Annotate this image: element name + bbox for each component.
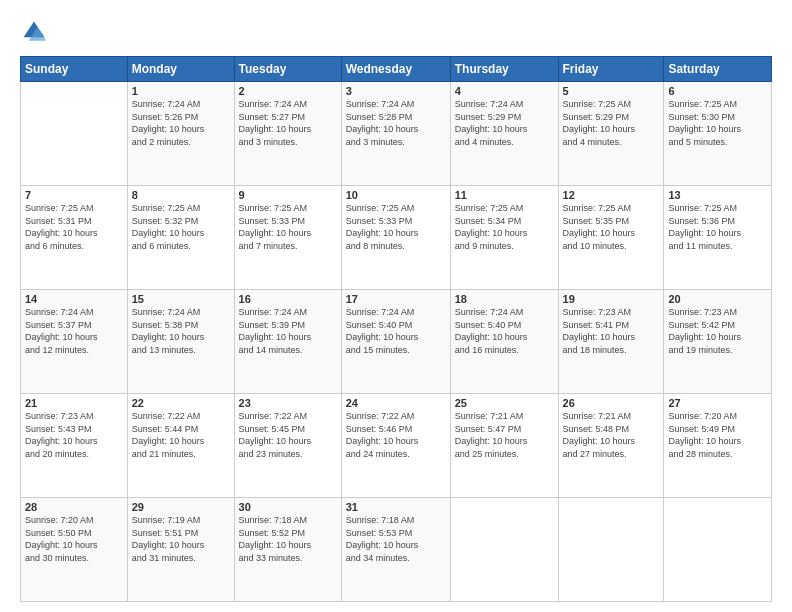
day-cell: 12Sunrise: 7:25 AM Sunset: 5:35 PM Dayli… bbox=[558, 186, 664, 290]
day-info: Sunrise: 7:25 AM Sunset: 5:35 PM Dayligh… bbox=[563, 202, 660, 252]
day-number: 27 bbox=[668, 397, 767, 409]
day-cell: 11Sunrise: 7:25 AM Sunset: 5:34 PM Dayli… bbox=[450, 186, 558, 290]
day-cell: 23Sunrise: 7:22 AM Sunset: 5:45 PM Dayli… bbox=[234, 394, 341, 498]
header bbox=[20, 18, 772, 46]
day-cell: 16Sunrise: 7:24 AM Sunset: 5:39 PM Dayli… bbox=[234, 290, 341, 394]
day-cell: 21Sunrise: 7:23 AM Sunset: 5:43 PM Dayli… bbox=[21, 394, 128, 498]
day-info: Sunrise: 7:23 AM Sunset: 5:41 PM Dayligh… bbox=[563, 306, 660, 356]
day-info: Sunrise: 7:24 AM Sunset: 5:28 PM Dayligh… bbox=[346, 98, 446, 148]
day-number: 19 bbox=[563, 293, 660, 305]
day-cell: 25Sunrise: 7:21 AM Sunset: 5:47 PM Dayli… bbox=[450, 394, 558, 498]
day-number: 11 bbox=[455, 189, 554, 201]
day-cell: 29Sunrise: 7:19 AM Sunset: 5:51 PM Dayli… bbox=[127, 498, 234, 602]
day-number: 21 bbox=[25, 397, 123, 409]
header-row: SundayMondayTuesdayWednesdayThursdayFrid… bbox=[21, 57, 772, 82]
day-number: 25 bbox=[455, 397, 554, 409]
day-cell: 22Sunrise: 7:22 AM Sunset: 5:44 PM Dayli… bbox=[127, 394, 234, 498]
day-cell: 26Sunrise: 7:21 AM Sunset: 5:48 PM Dayli… bbox=[558, 394, 664, 498]
day-number: 30 bbox=[239, 501, 337, 513]
day-info: Sunrise: 7:24 AM Sunset: 5:27 PM Dayligh… bbox=[239, 98, 337, 148]
day-info: Sunrise: 7:24 AM Sunset: 5:40 PM Dayligh… bbox=[455, 306, 554, 356]
day-cell: 14Sunrise: 7:24 AM Sunset: 5:37 PM Dayli… bbox=[21, 290, 128, 394]
day-number: 13 bbox=[668, 189, 767, 201]
week-row-3: 14Sunrise: 7:24 AM Sunset: 5:37 PM Dayli… bbox=[21, 290, 772, 394]
day-cell: 2Sunrise: 7:24 AM Sunset: 5:27 PM Daylig… bbox=[234, 82, 341, 186]
header-cell-saturday: Saturday bbox=[664, 57, 772, 82]
logo bbox=[20, 18, 52, 46]
day-info: Sunrise: 7:20 AM Sunset: 5:50 PM Dayligh… bbox=[25, 514, 123, 564]
day-number: 1 bbox=[132, 85, 230, 97]
day-number: 24 bbox=[346, 397, 446, 409]
day-cell: 30Sunrise: 7:18 AM Sunset: 5:52 PM Dayli… bbox=[234, 498, 341, 602]
logo-icon bbox=[20, 18, 48, 46]
day-cell: 31Sunrise: 7:18 AM Sunset: 5:53 PM Dayli… bbox=[341, 498, 450, 602]
day-number: 29 bbox=[132, 501, 230, 513]
day-number: 4 bbox=[455, 85, 554, 97]
day-cell: 13Sunrise: 7:25 AM Sunset: 5:36 PM Dayli… bbox=[664, 186, 772, 290]
day-number: 14 bbox=[25, 293, 123, 305]
day-info: Sunrise: 7:25 AM Sunset: 5:33 PM Dayligh… bbox=[346, 202, 446, 252]
day-info: Sunrise: 7:18 AM Sunset: 5:53 PM Dayligh… bbox=[346, 514, 446, 564]
day-info: Sunrise: 7:25 AM Sunset: 5:30 PM Dayligh… bbox=[668, 98, 767, 148]
day-info: Sunrise: 7:24 AM Sunset: 5:38 PM Dayligh… bbox=[132, 306, 230, 356]
day-number: 28 bbox=[25, 501, 123, 513]
day-number: 2 bbox=[239, 85, 337, 97]
day-info: Sunrise: 7:24 AM Sunset: 5:29 PM Dayligh… bbox=[455, 98, 554, 148]
day-cell: 10Sunrise: 7:25 AM Sunset: 5:33 PM Dayli… bbox=[341, 186, 450, 290]
day-info: Sunrise: 7:24 AM Sunset: 5:37 PM Dayligh… bbox=[25, 306, 123, 356]
day-cell bbox=[21, 82, 128, 186]
day-cell bbox=[450, 498, 558, 602]
header-cell-tuesday: Tuesday bbox=[234, 57, 341, 82]
day-number: 3 bbox=[346, 85, 446, 97]
day-cell: 8Sunrise: 7:25 AM Sunset: 5:32 PM Daylig… bbox=[127, 186, 234, 290]
day-number: 5 bbox=[563, 85, 660, 97]
calendar-table: SundayMondayTuesdayWednesdayThursdayFrid… bbox=[20, 56, 772, 602]
day-info: Sunrise: 7:22 AM Sunset: 5:44 PM Dayligh… bbox=[132, 410, 230, 460]
day-cell: 18Sunrise: 7:24 AM Sunset: 5:40 PM Dayli… bbox=[450, 290, 558, 394]
day-number: 23 bbox=[239, 397, 337, 409]
week-row-1: 1Sunrise: 7:24 AM Sunset: 5:26 PM Daylig… bbox=[21, 82, 772, 186]
day-number: 20 bbox=[668, 293, 767, 305]
day-info: Sunrise: 7:24 AM Sunset: 5:39 PM Dayligh… bbox=[239, 306, 337, 356]
day-number: 31 bbox=[346, 501, 446, 513]
day-info: Sunrise: 7:21 AM Sunset: 5:48 PM Dayligh… bbox=[563, 410, 660, 460]
day-cell: 17Sunrise: 7:24 AM Sunset: 5:40 PM Dayli… bbox=[341, 290, 450, 394]
week-row-4: 21Sunrise: 7:23 AM Sunset: 5:43 PM Dayli… bbox=[21, 394, 772, 498]
day-number: 8 bbox=[132, 189, 230, 201]
day-info: Sunrise: 7:18 AM Sunset: 5:52 PM Dayligh… bbox=[239, 514, 337, 564]
day-cell: 20Sunrise: 7:23 AM Sunset: 5:42 PM Dayli… bbox=[664, 290, 772, 394]
day-cell: 6Sunrise: 7:25 AM Sunset: 5:30 PM Daylig… bbox=[664, 82, 772, 186]
header-cell-monday: Monday bbox=[127, 57, 234, 82]
day-number: 10 bbox=[346, 189, 446, 201]
day-cell: 3Sunrise: 7:24 AM Sunset: 5:28 PM Daylig… bbox=[341, 82, 450, 186]
day-number: 12 bbox=[563, 189, 660, 201]
day-cell: 5Sunrise: 7:25 AM Sunset: 5:29 PM Daylig… bbox=[558, 82, 664, 186]
header-cell-friday: Friday bbox=[558, 57, 664, 82]
day-cell: 1Sunrise: 7:24 AM Sunset: 5:26 PM Daylig… bbox=[127, 82, 234, 186]
day-info: Sunrise: 7:23 AM Sunset: 5:43 PM Dayligh… bbox=[25, 410, 123, 460]
day-info: Sunrise: 7:25 AM Sunset: 5:29 PM Dayligh… bbox=[563, 98, 660, 148]
day-number: 7 bbox=[25, 189, 123, 201]
day-info: Sunrise: 7:25 AM Sunset: 5:31 PM Dayligh… bbox=[25, 202, 123, 252]
day-cell bbox=[558, 498, 664, 602]
day-number: 22 bbox=[132, 397, 230, 409]
day-number: 15 bbox=[132, 293, 230, 305]
day-info: Sunrise: 7:25 AM Sunset: 5:36 PM Dayligh… bbox=[668, 202, 767, 252]
day-info: Sunrise: 7:25 AM Sunset: 5:34 PM Dayligh… bbox=[455, 202, 554, 252]
day-info: Sunrise: 7:23 AM Sunset: 5:42 PM Dayligh… bbox=[668, 306, 767, 356]
header-cell-thursday: Thursday bbox=[450, 57, 558, 82]
header-cell-sunday: Sunday bbox=[21, 57, 128, 82]
day-number: 18 bbox=[455, 293, 554, 305]
day-cell: 9Sunrise: 7:25 AM Sunset: 5:33 PM Daylig… bbox=[234, 186, 341, 290]
day-info: Sunrise: 7:20 AM Sunset: 5:49 PM Dayligh… bbox=[668, 410, 767, 460]
week-row-5: 28Sunrise: 7:20 AM Sunset: 5:50 PM Dayli… bbox=[21, 498, 772, 602]
day-cell: 19Sunrise: 7:23 AM Sunset: 5:41 PM Dayli… bbox=[558, 290, 664, 394]
day-info: Sunrise: 7:24 AM Sunset: 5:40 PM Dayligh… bbox=[346, 306, 446, 356]
day-info: Sunrise: 7:22 AM Sunset: 5:46 PM Dayligh… bbox=[346, 410, 446, 460]
day-cell: 7Sunrise: 7:25 AM Sunset: 5:31 PM Daylig… bbox=[21, 186, 128, 290]
day-info: Sunrise: 7:25 AM Sunset: 5:32 PM Dayligh… bbox=[132, 202, 230, 252]
header-cell-wednesday: Wednesday bbox=[341, 57, 450, 82]
day-info: Sunrise: 7:25 AM Sunset: 5:33 PM Dayligh… bbox=[239, 202, 337, 252]
day-cell: 15Sunrise: 7:24 AM Sunset: 5:38 PM Dayli… bbox=[127, 290, 234, 394]
day-cell: 27Sunrise: 7:20 AM Sunset: 5:49 PM Dayli… bbox=[664, 394, 772, 498]
